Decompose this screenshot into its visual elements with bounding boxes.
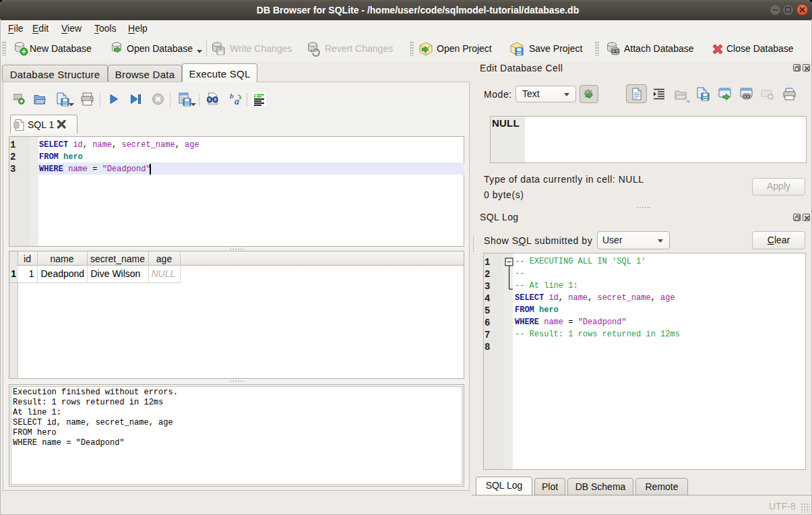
svg-text:a: a bbox=[235, 96, 239, 106]
svg-text:b: b bbox=[230, 92, 234, 100]
